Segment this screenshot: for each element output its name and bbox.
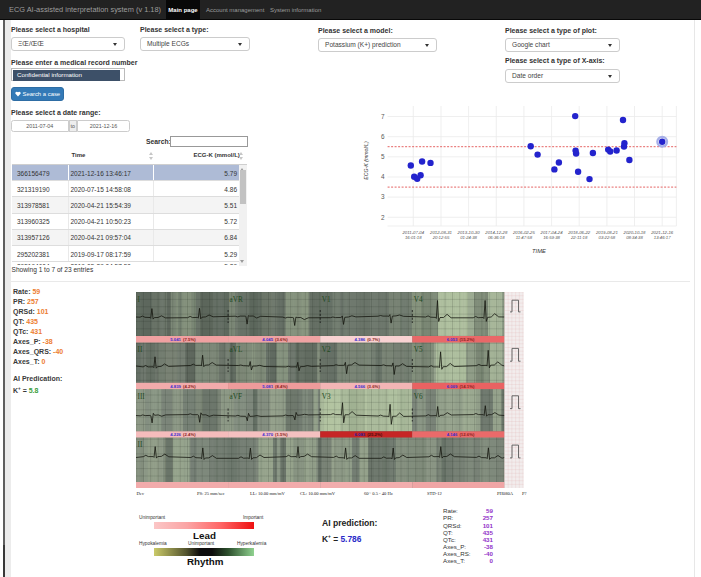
svg-text:2018-06-22: 2018-06-22 (567, 230, 591, 235)
svg-text:01:24:38: 01:24:38 (460, 235, 477, 240)
svg-text:(4.2%): (4.2%) (183, 384, 196, 389)
svg-text:4.839: 4.839 (170, 384, 181, 389)
svg-text:4.146: 4.146 (447, 432, 458, 437)
svg-text:6: 6 (381, 133, 385, 140)
svg-text:PS: 25 mm/sec: PS: 25 mm/sec (197, 491, 225, 496)
svg-text:16:01:18: 16:01:18 (405, 235, 422, 240)
svg-text:16:59:38: 16:59:38 (543, 235, 560, 240)
svg-text:V3: V3 (322, 393, 331, 401)
svg-text:(25.2%): (25.2%) (367, 432, 383, 437)
svg-text:(15.2%): (15.2%) (459, 337, 475, 342)
svg-text:2019-08-21: 2019-08-21 (595, 230, 619, 235)
svg-text:4.370: 4.370 (262, 432, 273, 437)
svg-text:2013-10-30: 2013-10-30 (457, 230, 481, 235)
svg-text:2017-04-24: 2017-04-24 (540, 230, 564, 235)
svg-text:7: 7 (381, 113, 385, 120)
svg-text:2016-02-25: 2016-02-25 (512, 230, 536, 235)
svg-text:V6: V6 (414, 393, 423, 401)
svg-text:V4: V4 (414, 296, 423, 304)
svg-text:2014-12-28: 2014-12-28 (484, 230, 508, 235)
svg-text:13:46:17: 13:46:17 (654, 235, 671, 240)
svg-text:4.045: 4.045 (262, 337, 273, 342)
svg-text:II: II (138, 346, 143, 354)
svg-text:V2: V2 (322, 346, 331, 354)
svg-text:PH080A: PH080A (497, 491, 514, 496)
svg-text:3: 3 (381, 193, 385, 200)
svg-text:aVR: aVR (230, 296, 243, 304)
svg-text:20:12:55: 20:12:55 (432, 235, 450, 240)
svg-text:5: 5 (381, 153, 385, 160)
svg-text:(2.4%): (2.4%) (183, 432, 196, 437)
svg-text:11:47:58: 11:47:58 (516, 235, 533, 240)
svg-text:4.386: 4.386 (354, 337, 365, 342)
svg-text:aVF: aVF (230, 393, 242, 401)
svg-text:aVL: aVL (230, 346, 243, 354)
svg-text:(1.5%): (1.5%) (275, 432, 288, 437)
svg-text:4.566: 4.566 (354, 384, 365, 389)
svg-text:4: 4 (381, 173, 385, 180)
svg-text:08:34:38: 08:34:38 (626, 235, 643, 240)
svg-text:TIME: TIME (532, 248, 546, 254)
svg-text:2020-10-18: 2020-10-18 (623, 230, 647, 235)
svg-text:(0.7%): (0.7%) (367, 337, 380, 342)
svg-text:II: II (138, 441, 143, 449)
svg-text:2012-08-31: 2012-08-31 (429, 230, 453, 235)
svg-text:(3.6%): (3.6%) (275, 337, 288, 342)
svg-text:P?: P? (522, 491, 527, 496)
svg-text:6.053: 6.053 (447, 337, 458, 342)
svg-text:(3.6%): (3.6%) (367, 384, 380, 389)
svg-text:03:22:58: 03:22:58 (599, 235, 616, 240)
svg-text:V1: V1 (322, 296, 331, 304)
svg-text:5.081: 5.081 (262, 384, 273, 389)
svg-text:2011-07-04: 2011-07-04 (401, 230, 424, 235)
svg-text:LL: 10.00 mm/mV: LL: 10.00 mm/mV (250, 491, 286, 496)
svg-text:60~ 0.5 - 40 Hz: 60~ 0.5 - 40 Hz (364, 491, 393, 496)
svg-text:III: III (138, 393, 146, 401)
svg-text:(7.5%): (7.5%) (183, 337, 196, 342)
svg-text:(8.4%): (8.4%) (275, 384, 288, 389)
svg-text:V5: V5 (414, 346, 423, 354)
svg-text:6.009: 6.009 (447, 384, 458, 389)
svg-text:22:11:18: 22:11:18 (570, 235, 588, 240)
svg-text:6.083: 6.083 (354, 432, 365, 437)
svg-text:4.226: 4.226 (170, 432, 181, 437)
svg-text:(14.1%): (14.1%) (459, 384, 475, 389)
svg-text:ECG-K (mmol/L): ECG-K (mmol/L) (363, 141, 369, 180)
svg-text:CL: 10.00 mm/mV: CL: 10.00 mm/mV (300, 491, 336, 496)
svg-text:Dev: Dev (137, 491, 145, 496)
svg-text:(12.6%): (12.6%) (459, 432, 475, 437)
svg-text:2: 2 (381, 214, 385, 221)
svg-text:STD-12: STD-12 (427, 491, 443, 496)
svg-text:06:36:18: 06:36:18 (488, 235, 505, 240)
svg-text:2021-12-16: 2021-12-16 (650, 230, 674, 235)
svg-text:5.041: 5.041 (170, 337, 181, 342)
